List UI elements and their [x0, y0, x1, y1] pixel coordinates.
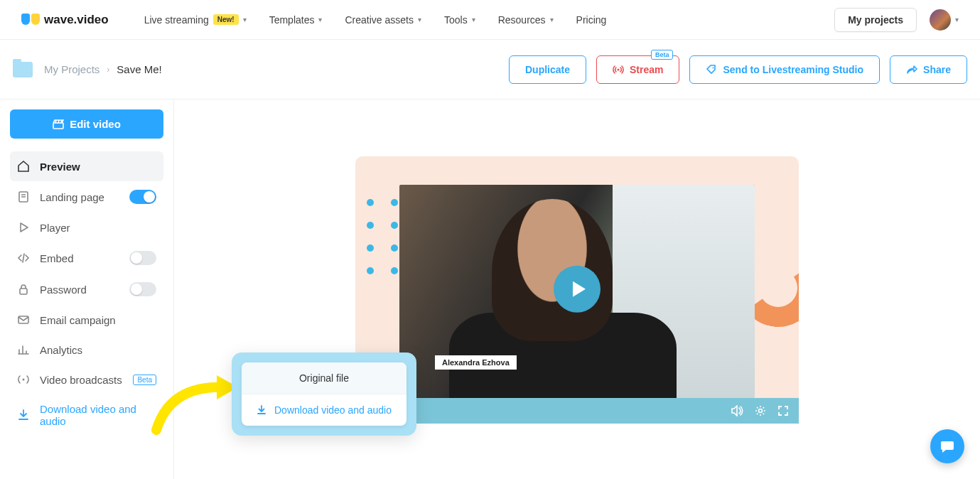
- beta-badge: Beta: [651, 50, 674, 60]
- nav-creative-assets[interactable]: Creative assets ▾: [345, 14, 421, 26]
- password-toggle[interactable]: [129, 282, 156, 296]
- tag-icon: [706, 64, 717, 75]
- nav-label: Live streaming: [144, 14, 209, 26]
- chevron-down-icon: ▾: [318, 16, 322, 23]
- folder-icon: [13, 62, 33, 77]
- chart-icon: [17, 343, 30, 356]
- chevron-down-icon: ▾: [955, 16, 959, 23]
- sidebar-item-analytics[interactable]: Analytics: [10, 335, 163, 365]
- svg-point-7: [759, 409, 763, 413]
- home-icon: [17, 160, 30, 173]
- broadcast-icon: [613, 65, 624, 75]
- video-card: Alexandra Ezhova: [355, 156, 799, 398]
- button-label: Share: [923, 64, 951, 75]
- sidebar-item-label: Analytics: [40, 344, 82, 356]
- svg-rect-5: [18, 316, 28, 323]
- sidebar-item-player[interactable]: Player: [10, 212, 163, 242]
- breadcrumb-bar: My Projects › Save Me! Duplicate Stream …: [0, 40, 980, 99]
- chevron-down-icon: ▾: [472, 16, 475, 23]
- share-icon: [906, 65, 917, 75]
- presenter-name: Alexandra Ezhova: [435, 355, 517, 370]
- nav-label: Tools: [444, 14, 468, 26]
- svg-point-6: [23, 379, 25, 381]
- sidebar-item-preview[interactable]: Preview: [10, 151, 163, 181]
- user-menu[interactable]: ▾: [930, 9, 959, 31]
- button-label: Duplicate: [525, 64, 570, 75]
- chevron-down-icon: ▾: [550, 16, 554, 23]
- popover-download-action[interactable]: Download video and audio: [242, 394, 406, 426]
- mail-icon: [17, 313, 30, 326]
- sidebar-item-label: Video broadcasts: [40, 374, 122, 386]
- chevron-down-icon: ▾: [418, 16, 421, 23]
- svg-point-0: [617, 68, 619, 70]
- logo-text: wave.video: [44, 13, 109, 27]
- page-icon: [17, 190, 30, 203]
- nav-templates[interactable]: Templates ▾: [269, 14, 323, 26]
- edit-video-button[interactable]: Edit video: [10, 109, 163, 139]
- sidebar-item-email[interactable]: Email campaign: [10, 305, 163, 335]
- sidebar-item-download[interactable]: Download video and audio: [10, 394, 163, 436]
- new-badge: New!: [213, 14, 239, 25]
- logo[interactable]: wave.video: [21, 13, 109, 27]
- chevron-down-icon: ▾: [243, 16, 247, 23]
- settings-icon[interactable]: [755, 405, 766, 416]
- nav-tools[interactable]: Tools ▾: [444, 14, 475, 26]
- popover-title: Original file: [299, 372, 349, 384]
- nav-pricing[interactable]: Pricing: [576, 14, 607, 26]
- chat-button[interactable]: [930, 429, 964, 463]
- svg-rect-4: [20, 289, 27, 294]
- share-button[interactable]: Share: [890, 55, 967, 84]
- avatar: [930, 9, 951, 31]
- fullscreen-icon[interactable]: [777, 405, 789, 416]
- popover-original-file[interactable]: Original file: [242, 362, 406, 394]
- sidebar-item-label: Preview: [40, 161, 80, 173]
- code-icon: [17, 252, 30, 264]
- download-icon: [17, 409, 30, 421]
- landing-toggle[interactable]: [129, 190, 156, 204]
- nav-label: Pricing: [576, 14, 607, 26]
- send-to-studio-button[interactable]: Send to Livestreaming Studio: [689, 55, 880, 84]
- sidebar-item-landing[interactable]: Landing page: [10, 181, 163, 212]
- button-label: Edit video: [70, 118, 121, 130]
- broadcast-icon: [17, 373, 30, 386]
- top-nav: wave.video Live streaming New! ▾ Templat…: [0, 0, 980, 40]
- play-button[interactable]: [554, 266, 601, 313]
- sidebar-item-broadcasts[interactable]: Video broadcasts Beta: [10, 365, 163, 394]
- clapper-icon: [53, 119, 64, 129]
- sidebar-item-label: Password: [40, 284, 87, 296]
- sidebar-item-label: Email campaign: [40, 314, 116, 326]
- chevron-right-icon: ›: [107, 65, 109, 75]
- download-popover: Original file Download video and audio: [232, 352, 416, 436]
- nav-items: Live streaming New! ▾ Templates ▾ Creati…: [144, 14, 607, 26]
- chat-icon: [939, 438, 955, 454]
- logo-icon: [21, 14, 40, 26]
- video-wrapper: Alexandra Ezhova: [355, 156, 799, 424]
- nav-live-streaming[interactable]: Live streaming New! ▾: [144, 14, 247, 26]
- nav-label: Resources: [498, 14, 546, 26]
- my-projects-button[interactable]: My projects: [834, 8, 917, 32]
- download-icon: [256, 404, 267, 416]
- play-icon: [17, 221, 30, 234]
- button-label: Stream: [630, 64, 663, 75]
- sidebar-item-password[interactable]: Password: [10, 274, 163, 305]
- embed-toggle[interactable]: [129, 251, 156, 265]
- breadcrumb-root[interactable]: My Projects: [44, 63, 99, 75]
- sidebar-item-label: Player: [40, 222, 70, 234]
- svg-rect-2: [53, 123, 63, 129]
- popover-action-label: Download video and audio: [274, 404, 392, 416]
- sidebar-item-label: Landing page: [40, 191, 104, 203]
- nav-resources[interactable]: Resources ▾: [498, 14, 554, 26]
- sidebar-item-label: Embed: [40, 252, 74, 264]
- sidebar-item-embed[interactable]: Embed: [10, 242, 163, 274]
- volume-icon[interactable]: [731, 405, 743, 416]
- lock-icon: [17, 283, 30, 296]
- beta-badge: Beta: [133, 375, 156, 385]
- duplicate-button[interactable]: Duplicate: [509, 55, 586, 84]
- nav-label: Creative assets: [345, 14, 413, 26]
- sidebar: Edit video Preview Landing page Player: [0, 99, 174, 479]
- video-frame[interactable]: Alexandra Ezhova: [399, 185, 755, 398]
- video-controls: [355, 398, 799, 424]
- stream-button[interactable]: Stream Beta: [596, 55, 679, 84]
- nav-label: Templates: [269, 14, 315, 26]
- svg-point-1: [713, 67, 714, 68]
